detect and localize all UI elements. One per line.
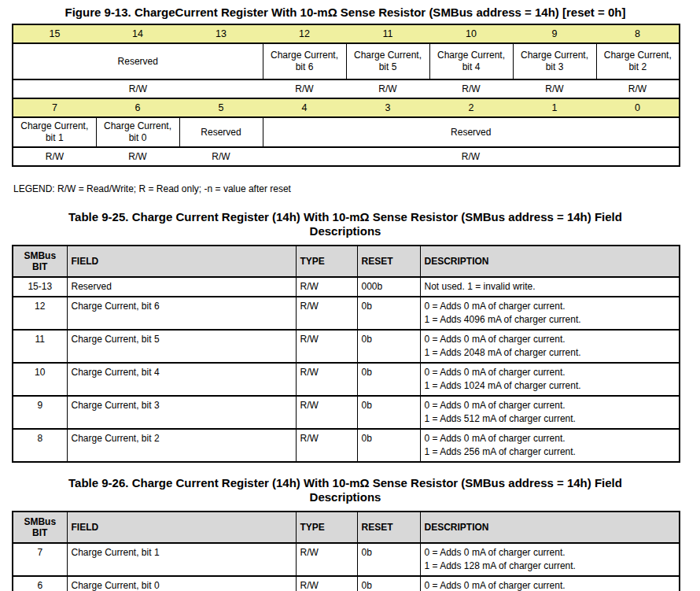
register-access-cell: R/W: [96, 147, 179, 166]
table-row: 6 Charge Current, bit 0 R/W 0b 0 = Adds …: [13, 576, 680, 591]
cell-bit: 11: [13, 330, 67, 363]
cell-bit: 6: [13, 576, 67, 591]
register-field-cell: Charge Current, bit 2: [596, 43, 680, 79]
header-field: FIELD: [67, 246, 296, 277]
register-access-cell: R/W: [263, 79, 346, 98]
table-row: 8 Charge Current, bit 2 R/W 0b 0 = Adds …: [13, 429, 680, 462]
register-bit-number: 4: [263, 98, 346, 117]
cell-bit: 15-13: [13, 277, 67, 297]
register-bit-layout-table: 15 14 13 12 11 10 9 8 Reserved Charge Cu…: [12, 24, 680, 167]
register-bit-number: 15: [13, 24, 96, 43]
datasheet-page: Figure 9-13. ChargeCurrent Register With…: [0, 0, 700, 591]
table-9-25-title: Table 9-25. Charge Current Register (14h…: [23, 210, 668, 238]
cell-field: Charge Current, bit 4: [67, 363, 296, 396]
register-legend: LEGEND: R/W = Read/Write; R = Read only;…: [13, 183, 679, 194]
register-bit-number: 2: [429, 98, 513, 117]
register-field-cell: Charge Current, bit 5: [346, 43, 429, 79]
table-row: 7 Charge Current, bit 1 R/W 0b 0 = Adds …: [13, 543, 680, 576]
cell-bit: 8: [13, 429, 67, 462]
cell-reset: 000b: [357, 277, 420, 297]
cell-reset: 0b: [357, 543, 420, 576]
cell-description: 0 = Adds 0 mA of charger current. 1 = Ad…: [420, 363, 680, 396]
register-bit-number: 13: [179, 24, 263, 43]
cell-field: Charge Current, bit 0: [67, 576, 296, 591]
cell-description: 0 = Adds 0 mA of charger current. 1 = Ad…: [420, 297, 680, 330]
cell-type: R/W: [296, 363, 357, 396]
cell-type: R/W: [296, 396, 357, 429]
table-row: 12 Charge Current, bit 6 R/W 0b 0 = Adds…: [13, 297, 680, 330]
register-field-cell: Reserved: [13, 43, 263, 79]
register-field-cell: Charge Current, bit 4: [429, 43, 513, 79]
register-bit-number: 9: [513, 24, 596, 43]
cell-description: 0 = Adds 0 mA of charger current. 1 = Ad…: [420, 396, 680, 429]
register-bit-number: 10: [429, 24, 513, 43]
cell-reset: 0b: [357, 576, 420, 591]
table-header-row: SMBus BIT FIELD TYPE RESET DESCRIPTION: [13, 512, 680, 543]
register-bits-row-low: 7 6 5 4 3 2 1 0: [13, 98, 680, 117]
cell-reset: 0b: [357, 363, 420, 396]
table-row: 15-13 Reserved R/W 000b Not used. 1 = in…: [13, 277, 680, 297]
cell-reset: 0b: [357, 330, 420, 363]
table-row: 9 Charge Current, bit 3 R/W 0b 0 = Adds …: [13, 396, 680, 429]
register-access-cell: R/W: [346, 79, 429, 98]
register-bit-number: 0: [596, 98, 680, 117]
register-access-cell: R/W: [596, 79, 680, 98]
cell-field: Charge Current, bit 3: [67, 396, 296, 429]
register-bit-number: 12: [263, 24, 346, 43]
header-description: DESCRIPTION: [420, 512, 680, 543]
cell-type: R/W: [296, 297, 357, 330]
register-bits-row-high: 15 14 13 12 11 10 9 8: [13, 24, 680, 43]
cell-description: 0 = Adds 0 mA of charger current. 1 = Ad…: [420, 576, 680, 591]
register-access-cell: R/W: [13, 79, 263, 98]
register-access-cell: R/W: [13, 147, 96, 166]
cell-type: R/W: [296, 576, 357, 591]
cell-type: R/W: [296, 330, 357, 363]
register-access-cell: R/W: [429, 79, 513, 98]
header-smbus-bit: SMBus BIT: [13, 246, 67, 277]
table-row: 10 Charge Current, bit 4 R/W 0b 0 = Adds…: [13, 363, 680, 396]
register-bit-number: 11: [346, 24, 429, 43]
cell-description: 0 = Adds 0 mA of charger current. 1 = Ad…: [420, 543, 680, 576]
cell-field: Charge Current, bit 6: [67, 297, 296, 330]
cell-bit: 9: [13, 396, 67, 429]
register-bit-number: 6: [96, 98, 179, 117]
register-access-cell: R/W: [513, 79, 596, 98]
cell-type: R/W: [296, 543, 357, 576]
cell-bit: 12: [13, 297, 67, 330]
figure-title: Figure 9-13. ChargeCurrent Register With…: [12, 5, 679, 20]
header-type: TYPE: [296, 246, 357, 277]
cell-field: Charge Current, bit 1: [67, 543, 296, 576]
header-reset: RESET: [357, 246, 420, 277]
register-access-cell: R/W: [179, 147, 263, 166]
cell-bit: 10: [13, 363, 67, 396]
cell-field: Charge Current, bit 5: [67, 330, 296, 363]
register-field-cell: Charge Current, bit 3: [513, 43, 596, 79]
cell-reset: 0b: [357, 297, 420, 330]
table-row: 11 Charge Current, bit 5 R/W 0b 0 = Adds…: [13, 330, 680, 363]
table-header-row: SMBus BIT FIELD TYPE RESET DESCRIPTION: [13, 246, 680, 277]
cell-description: 0 = Adds 0 mA of charger current. 1 = Ad…: [420, 330, 680, 363]
register-fields-row-high: Reserved Charge Current, bit 6 Charge Cu…: [13, 43, 680, 79]
field-descriptions-table-9-25: SMBus BIT FIELD TYPE RESET DESCRIPTION 1…: [12, 245, 680, 463]
register-access-row-low: R/W R/W R/W R/W: [13, 147, 680, 166]
cell-field: Reserved: [67, 277, 296, 297]
header-reset: RESET: [357, 512, 420, 543]
register-bit-number: 14: [96, 24, 179, 43]
cell-type: R/W: [296, 429, 357, 462]
register-bit-number: 3: [346, 98, 429, 117]
register-access-row-high: R/W R/W R/W R/W R/W R/W: [13, 79, 680, 98]
register-access-cell: R/W: [263, 147, 680, 166]
register-bit-number: 5: [179, 98, 263, 117]
register-fields-row-low: Charge Current, bit 1 Charge Current, bi…: [13, 117, 680, 147]
cell-bit: 7: [13, 543, 67, 576]
cell-reset: 0b: [357, 429, 420, 462]
register-field-cell: Reserved: [263, 117, 680, 147]
register-field-cell: Charge Current, bit 6: [263, 43, 346, 79]
cell-type: R/W: [296, 277, 357, 297]
header-description: DESCRIPTION: [420, 246, 680, 277]
register-bit-number: 1: [513, 98, 596, 117]
field-descriptions-table-9-26: SMBus BIT FIELD TYPE RESET DESCRIPTION 7…: [12, 511, 680, 591]
cell-description: Not used. 1 = invalid write.: [420, 277, 680, 297]
page-content: Figure 9-13. ChargeCurrent Register With…: [12, 5, 679, 591]
register-bit-number: 7: [13, 98, 96, 117]
